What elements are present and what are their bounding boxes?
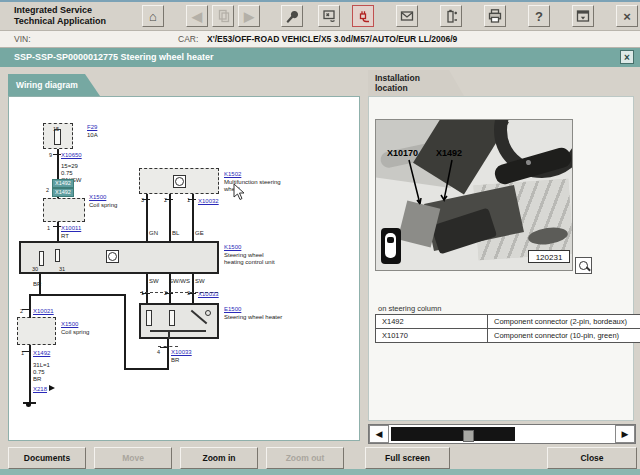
diagram-label: 10A: [87, 132, 98, 139]
connector-description: Component connector (2-pin, bordeaux): [488, 315, 640, 328]
diagram-label: SW: [195, 278, 205, 285]
zoom-out-button: Zoom out: [266, 447, 344, 469]
connector-description: Component connector (10-pin, green): [488, 329, 640, 342]
full-screen-button[interactable]: Full screen: [365, 447, 450, 469]
diagram-label: 15=29: [61, 163, 78, 170]
diagram-label: BL: [172, 230, 179, 237]
diagram-label: 2: [164, 290, 167, 297]
diagram-label: BR: [33, 281, 41, 288]
toolbar-close-icon[interactable]: ×: [616, 5, 638, 27]
diagram-label: Coil spring: [61, 329, 89, 336]
coil-spring-box-lower: [17, 317, 56, 345]
diagram-link[interactable]: E1500: [224, 306, 241, 313]
diagram-label: 30: [32, 266, 38, 273]
diagram-label: BR: [33, 376, 41, 383]
toolbar-battery-icon[interactable]: [440, 5, 462, 27]
connector-table: X1492Component connector (2-pin, bordeau…: [375, 314, 640, 343]
diagram-link[interactable]: K1500: [224, 244, 241, 251]
table-row[interactable]: X1492Component connector (2-pin, bordeau…: [376, 315, 640, 329]
image-number-badge: 120231: [528, 250, 570, 263]
diagram-label: Steering wheel: [224, 252, 264, 259]
diagram-label: GN: [149, 230, 158, 237]
diagram-link[interactable]: F29: [87, 124, 97, 131]
zoom-in-button[interactable]: Zoom in: [180, 447, 258, 469]
diagram-label: SW: [149, 278, 159, 285]
move-button: Move: [94, 447, 172, 469]
control-unit-icon: [106, 250, 119, 263]
diagram-label: Steering wheel heater: [224, 314, 282, 321]
connector-id: X10170: [376, 329, 488, 342]
vehicle-bar: VIN: CAR: X'/E53/OFF-ROAD VEHICLE/X5 3.0…: [0, 31, 640, 48]
car-value: X'/E53/OFF-ROAD VEHICLE/X5 3.0d/M57/AUTO…: [207, 34, 457, 44]
diagram-link[interactable]: X10650: [61, 152, 82, 159]
diagram-label: 3: [187, 290, 190, 297]
diagram-link[interactable]: X10021: [33, 308, 54, 315]
tab-wiring-diagram[interactable]: Wiring diagram: [8, 74, 100, 96]
diagram-label: heating control unit: [224, 259, 275, 266]
table-row[interactable]: X10170Component connector (10-pin, green…: [376, 329, 640, 342]
toolbar-help-icon[interactable]: ?: [528, 5, 550, 27]
photo-label: X10170: [387, 148, 418, 158]
multifunction-steering-wheel-box: [139, 168, 219, 194]
installation-location-panel: X10170X1492 120231 on steering column X1…: [368, 96, 634, 421]
toolbar-device-icon[interactable]: [318, 5, 340, 27]
diagram-label: 31: [59, 266, 65, 273]
diagram-label: SW/WS: [169, 278, 190, 285]
diagram-label: 2: [46, 187, 49, 194]
diagram-label: 3: [141, 197, 144, 204]
scroll-right-icon[interactable]: ▶: [615, 425, 635, 443]
diagram-link[interactable]: X10032: [198, 198, 219, 205]
toolbar-mail-icon[interactable]: [396, 5, 418, 27]
diagram-link[interactable]: X1492: [33, 350, 50, 357]
diagram-label: RT: [61, 233, 69, 240]
photo-callout-arrows: [376, 120, 573, 271]
diagram-link[interactable]: X218: [33, 386, 47, 393]
ground-terminal: [26, 402, 31, 407]
steering-wheel-icon: [173, 175, 186, 188]
installation-photo[interactable]: X10170X1492 120231: [375, 119, 573, 271]
diagram-link[interactable]: X1500: [89, 194, 106, 201]
wiring-diagram-panel[interactable]: 15F2910A9X1065015=290.75GN/SW2X1492X1492…: [8, 96, 360, 441]
close-button[interactable]: Close: [547, 447, 637, 469]
toolbar-home-icon[interactable]: ⌂: [142, 5, 164, 27]
diagram-label: 0.75: [33, 369, 45, 376]
diagram-link[interactable]: X10011: [61, 225, 81, 232]
toolbar-wrench-icon[interactable]: [281, 5, 303, 27]
document-close-icon[interactable]: ×: [620, 50, 634, 64]
diagram-label: BR: [171, 357, 179, 364]
diagram-highlighted-connector: X1492: [52, 188, 74, 197]
diagram-label: 31L=1: [33, 362, 50, 369]
application-window: Integrated Service Technical Application…: [0, 0, 640, 475]
tab-installation-location[interactable]: Installation location: [368, 70, 464, 96]
toolbar-back-icon: ◀: [186, 5, 208, 27]
vin-label: VIN:: [14, 34, 31, 44]
diagram-link[interactable]: X1500: [61, 321, 78, 328]
diagram-label: 1: [141, 290, 144, 297]
scroll-left-icon[interactable]: ◀: [369, 425, 389, 443]
toolbar-printer-icon[interactable]: [484, 5, 506, 27]
diagram-label: 15: [53, 126, 59, 133]
toolbar-forward-icon: ▶: [238, 5, 260, 27]
ground-arrow-icon: [49, 385, 55, 391]
mouse-cursor: [233, 183, 245, 201]
diagram-link[interactable]: X10033: [198, 291, 219, 298]
diagram-label: 1: [21, 350, 24, 357]
diagram-label: GE: [195, 230, 204, 237]
toolbar: Integrated Service Technical Application…: [0, 2, 640, 31]
coil-spring-box-upper: [43, 198, 85, 222]
document-title: SSP-SSP-SP0000012775 Steering wheel heat…: [14, 52, 214, 62]
documents-button[interactable]: Documents: [8, 447, 86, 469]
toolbar-plug-icon[interactable]: [352, 5, 374, 27]
scrollbar-thumb[interactable]: [391, 427, 515, 441]
diagram-link[interactable]: K1502: [224, 171, 241, 178]
photo-label: X1492: [436, 148, 462, 158]
magnifier-icon[interactable]: [575, 257, 592, 274]
diagram-label: 4: [157, 349, 160, 356]
heating-control-unit-box: [19, 241, 219, 274]
app-title: Integrated Service Technical Application: [14, 5, 106, 27]
horizontal-scrollbar[interactable]: ◀ ▶: [368, 424, 636, 444]
diagram-link[interactable]: X10033: [171, 349, 192, 356]
diagram-label: 0.75: [61, 170, 73, 177]
toolbar-window-icon[interactable]: [572, 5, 594, 27]
scrollbar-grip[interactable]: [463, 430, 474, 442]
